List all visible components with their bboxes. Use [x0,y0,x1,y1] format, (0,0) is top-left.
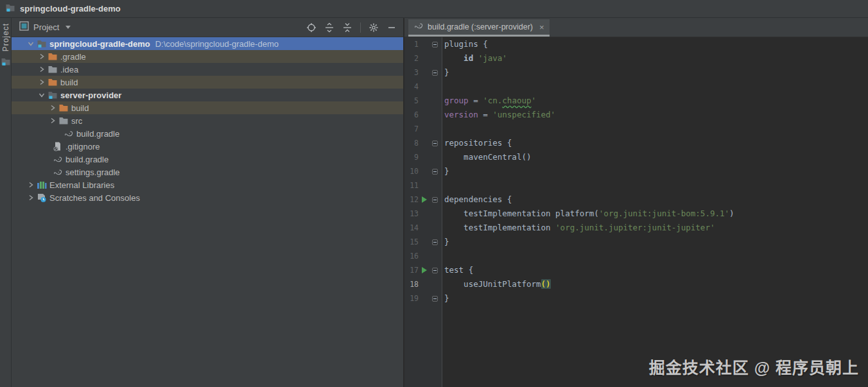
tree-item-settings-gradle[interactable]: settings.gradle [12,166,403,178]
line-number: 9 [404,153,419,162]
locate-icon[interactable] [306,22,317,33]
tab-build-gradle[interactable]: build.gradle (:server-provider) × [408,19,550,37]
code-line-5[interactable]: group = 'cn.chaoup' [444,94,868,108]
code-token: } [444,67,449,77]
code-line-19[interactable]: } [444,291,868,305]
fold-start-icon[interactable] [430,42,440,47]
chevron-right-icon[interactable] [48,116,58,126]
project-tool-window: Project springcloud-gradle-demoD:\code\s… [12,18,403,387]
tree-item-label: .idea [60,65,78,74]
editor-gutter: 12345678910111213141516171819 [404,37,442,387]
gutter-line: 8 [404,136,442,150]
code-pane[interactable]: plugins { id 'java'}group = 'cn.chaoup'v… [442,37,868,387]
fold-end-icon[interactable] [430,169,440,175]
gradle-icon [52,167,63,177]
code-token [444,53,464,63]
code-line-11[interactable] [444,178,868,193]
project-window-icon [5,3,15,15]
code-token: group [444,96,469,105]
folder-orange-icon [47,51,58,62]
line-number: 17 [404,266,419,275]
code-line-18[interactable]: useJUnitPlatform() [444,277,868,291]
code-token [473,53,478,63]
code-line-15[interactable]: } [444,235,868,249]
project-panel-header: Project [12,18,403,37]
chevron-down-icon[interactable] [65,26,71,29]
code-line-6[interactable]: version = 'unspecified' [444,108,868,122]
editor-body: 12345678910111213141516171819 plugins { … [404,37,868,387]
chevron-right-icon[interactable] [37,64,47,74]
project-view-title[interactable]: Project [33,22,59,32]
fold-start-icon[interactable] [430,197,440,203]
tree-item-scratches-and-consoles[interactable]: Scratches and Consoles [12,191,403,204]
chevron-down-icon[interactable] [26,39,36,49]
close-icon[interactable]: × [539,22,544,32]
tree-item-external-libraries[interactable]: External Libraries [12,178,403,191]
gutter-line: 16 [404,249,442,263]
fold-end-icon[interactable] [430,70,440,76]
chevron-right-icon[interactable] [37,77,47,87]
tool-window-button-project[interactable]: Project [1,23,10,51]
code-line-4[interactable] [444,80,868,94]
hide-icon[interactable] [386,22,397,33]
gradle-icon [63,128,74,139]
code-line-3[interactable]: } [444,65,868,80]
tree-item-src[interactable]: src [12,114,403,127]
code-token: test { [444,265,473,275]
code-line-8[interactable]: repositories { [444,136,868,150]
gutter-line: 10 [404,164,442,178]
code-line-2[interactable]: id 'java' [444,51,868,65]
tree-item--idea[interactable]: .idea [12,63,403,76]
editor-area: build.gradle (:server-provider) × 123456… [404,18,868,387]
tree-item-label: build [60,78,78,87]
chevron-right-icon[interactable] [26,180,36,190]
folder-gray-icon [47,64,58,74]
collapse-all-icon[interactable] [342,22,352,33]
code-line-14[interactable]: testImplementation 'org.junit.jupiter:ju… [444,221,868,235]
code-token: plugins { [444,39,488,49]
project-folder-icon[interactable] [1,56,11,69]
code-line-7[interactable] [444,122,868,136]
code-line-1[interactable]: plugins { [444,37,868,51]
fold-start-icon[interactable] [430,141,440,146]
chevron-right-icon[interactable] [37,51,47,62]
code-line-9[interactable]: mavenCentral() [444,150,868,164]
code-token: testImplementation [444,223,555,232]
expand-all-icon[interactable] [324,22,334,33]
settings-icon[interactable] [369,22,379,33]
libraries-icon [36,180,47,190]
tree-item-label: build.gradle [65,155,108,164]
code-token: chaoup [502,96,531,105]
fold-start-icon[interactable] [430,268,440,273]
tree-item-build-gradle[interactable]: build.gradle [12,153,403,166]
tree-item-server-provider[interactable]: server-provider [12,89,403,101]
run-gutter-icon[interactable] [419,196,430,203]
line-number: 5 [404,96,419,105]
line-number: 13 [404,209,419,218]
chevron-right-icon[interactable] [26,193,36,203]
chevron-down-icon[interactable] [37,90,47,100]
fold-end-icon[interactable] [430,239,440,245]
tree-item-build[interactable]: build [12,76,403,89]
tree-item--gradle[interactable]: .gradle [12,50,403,63]
code-line-13[interactable]: testImplementation platform('org.junit:j… [444,207,868,221]
code-line-10[interactable]: } [444,164,868,178]
folder-gray-icon [58,116,69,126]
toolbar-separator [360,22,361,33]
line-number: 18 [404,280,419,289]
fold-end-icon[interactable] [430,296,440,302]
code-line-17[interactable]: test { [444,263,868,277]
code-token: () [541,279,551,289]
tree-item--gitignore[interactable]: .gitignore [12,140,403,153]
code-token: mavenCentral() [444,152,531,162]
tree-item-build-gradle[interactable]: build.gradle [12,127,403,140]
tree-item-build[interactable]: build [12,101,403,114]
code-line-16[interactable] [444,249,868,263]
code-line-12[interactable]: dependencies { [444,193,868,207]
chevron-right-icon[interactable] [48,103,58,113]
gutter-line: 18 [404,277,442,291]
run-gutter-icon[interactable] [419,267,430,273]
gutter-line: 3 [404,65,442,80]
window-title: springcloud-gradle-demo [20,4,121,13]
tree-item-springcloud-gradle-demo[interactable]: springcloud-gradle-demoD:\code\springclo… [12,37,403,50]
